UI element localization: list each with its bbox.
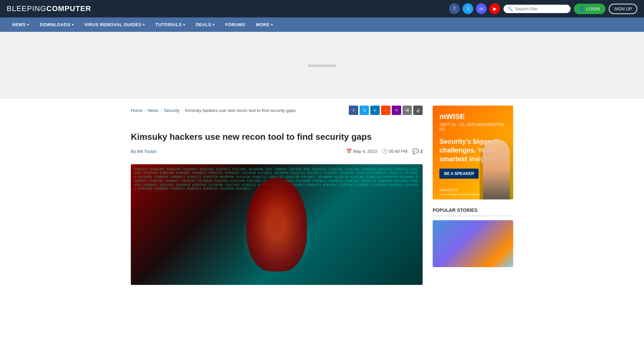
date-text: May 4, 2023 <box>353 149 377 154</box>
nav-tutorials-label: TUTORIALS <box>155 22 182 27</box>
nav-tutorials-arrow: ▾ <box>183 23 185 26</box>
search-bar: 🔍 <box>503 5 571 13</box>
logo-bold-text: COMPUTER <box>46 4 91 13</box>
time-text: 05:40 PM <box>389 149 408 154</box>
breadcrumb-home[interactable]: Home <box>131 108 143 113</box>
share-email-icon[interactable]: ✉ <box>402 106 412 115</box>
facebook-icon[interactable]: f <box>449 3 460 14</box>
article-author: By Bill Toulas <box>131 149 157 154</box>
twitter-icon[interactable]: 𝕏 <box>463 3 473 14</box>
header-right: f 𝕏 m ▶ 🔍 👤 LOGIN SIGN UP <box>449 3 637 14</box>
youtube-icon[interactable]: ▶ <box>489 3 500 14</box>
site-logo[interactable]: BLEEPINGCOMPUTER <box>7 4 91 13</box>
share-reddit-icon[interactable]: r <box>381 106 390 115</box>
mwise-date: SEPT 18 – 20, 2023 WASHINGTON, DC <box>439 122 506 132</box>
logo-light-text: BLEEPING <box>7 4 46 13</box>
ad-sponsor: MANDIANT now a Google Cloud business <box>439 188 480 196</box>
share-facebook-icon[interactable]: f <box>349 106 358 115</box>
nav-more-arrow: ▾ <box>271 23 273 26</box>
comment-bubble-icon: 💬 <box>412 148 419 155</box>
nav-item-forums[interactable]: FORUMS <box>220 17 251 32</box>
ad-cta-button[interactable]: BE A SPEAKER <box>439 169 479 179</box>
search-icon: 🔍 <box>507 6 513 11</box>
author-link[interactable]: Bill Toulas <box>137 149 157 154</box>
mandiant-label: MANDIANT <box>439 188 459 192</box>
site-header: BLEEPINGCOMPUTER f 𝕏 m ▶ 🔍 👤 LOGIN SIGN … <box>0 0 644 17</box>
login-button[interactable]: 👤 LOGIN <box>574 4 605 14</box>
nav-item-virus-removal[interactable]: VIRUS REMOVAL GUIDES ▾ <box>79 17 150 32</box>
social-icons-group: f 𝕏 m ▶ <box>449 3 500 14</box>
share-icons-row: f 𝕏 in r Y! ✉ 🖨 <box>349 106 423 115</box>
breadcrumb-sep-3: › <box>182 108 183 112</box>
article-info: 📅 May 4, 2023 🕐 05:40 PM 💬 2 <box>346 148 423 155</box>
mwise-logo: mWISE <box>439 112 506 121</box>
nav-forums-label: FORUMS <box>225 22 245 27</box>
nav-deals-arrow: ▾ <box>213 23 215 26</box>
ad-banner-top: Advertisement <box>0 32 644 99</box>
nav-virus-arrow: ▾ <box>143 23 145 26</box>
nav-news-arrow: ▾ <box>27 23 29 26</box>
main-container: Home › News › Security › Kimsuky hackers… <box>124 99 520 292</box>
search-input[interactable] <box>515 6 567 11</box>
content-area: Home › News › Security › Kimsuky hackers… <box>131 106 423 285</box>
user-icon: 👤 <box>579 6 585 11</box>
comment-count[interactable]: 💬 2 <box>412 148 423 155</box>
hacker-figure <box>247 178 307 272</box>
popular-stories-title: POPULAR STORIES <box>433 207 513 216</box>
share-twitter-icon[interactable]: 𝕏 <box>360 106 369 115</box>
breadcrumb-sep-1: › <box>145 108 146 112</box>
nav-item-tutorials[interactable]: TUTORIALS ▾ <box>150 17 190 32</box>
login-label: LOGIN <box>586 6 600 11</box>
article-date: 📅 May 4, 2023 <box>346 148 377 154</box>
nav-item-downloads[interactable]: DOWNLOADS ▾ <box>35 17 79 32</box>
nav-more-label: MORE <box>256 22 270 27</box>
clock-icon: 🕐 <box>382 148 387 154</box>
nav-downloads-label: DOWNLOADS <box>40 22 70 27</box>
main-nav: NEWS ▾ DOWNLOADS ▾ VIRUS REMOVAL GUIDES … <box>0 17 644 32</box>
by-label: By <box>131 149 136 154</box>
breadcrumb-security[interactable]: Security <box>164 108 180 113</box>
sidebar-ad[interactable]: mWISE SEPT 18 – 20, 2023 WASHINGTON, DC … <box>433 106 513 199</box>
article-title: Kimsuky hackers use new recon tool to fi… <box>131 131 423 143</box>
popular-stories-section: POPULAR STORIES <box>433 207 513 267</box>
ad-banner-placeholder: Advertisement <box>308 63 336 68</box>
ad-person-figure <box>480 132 513 199</box>
breadcrumb-news[interactable]: News <box>148 108 159 113</box>
sidebar: mWISE SEPT 18 – 20, 2023 WASHINGTON, DC … <box>433 106 513 285</box>
article-meta: By Bill Toulas 📅 May 4, 2023 🕐 05:40 PM … <box>131 148 423 159</box>
share-linkedin-icon[interactable]: in <box>370 106 380 115</box>
breadcrumb-sep-2: › <box>161 108 162 112</box>
article-time: 🕐 05:40 PM <box>382 148 408 154</box>
nav-item-deals[interactable]: DEALS ▾ <box>190 17 220 32</box>
comment-number: 2 <box>420 149 423 154</box>
signup-button[interactable]: SIGN UP <box>609 4 637 14</box>
breadcrumb-share-row: Home › News › Security › Kimsuky hackers… <box>131 106 423 125</box>
nav-news-label: NEWS <box>12 22 26 27</box>
nav-virus-label: VIRUS REMOVAL GUIDES <box>84 22 142 27</box>
popular-story-image[interactable] <box>433 220 513 267</box>
breadcrumb-current: Kimsuky hackers use new recon tool to fi… <box>185 108 296 113</box>
article-hero-image: 01001011 01001001 01001101 01010011 0101… <box>131 164 423 285</box>
nav-downloads-arrow: ▾ <box>72 23 74 26</box>
nav-item-more[interactable]: MORE ▾ <box>251 17 278 32</box>
calendar-icon: 📅 <box>346 148 352 154</box>
share-yahoo-icon[interactable]: Y! <box>392 106 401 115</box>
person-silhouette <box>483 139 510 199</box>
share-print-icon[interactable]: 🖨 <box>413 106 423 115</box>
mastodon-icon[interactable]: m <box>476 3 487 14</box>
nav-deals-label: DEALS <box>196 22 211 27</box>
nav-item-news[interactable]: NEWS ▾ <box>7 17 35 32</box>
breadcrumb: Home › News › Security › Kimsuky hackers… <box>131 108 296 113</box>
sponsor-sub: now a Google Cloud business <box>439 193 480 196</box>
